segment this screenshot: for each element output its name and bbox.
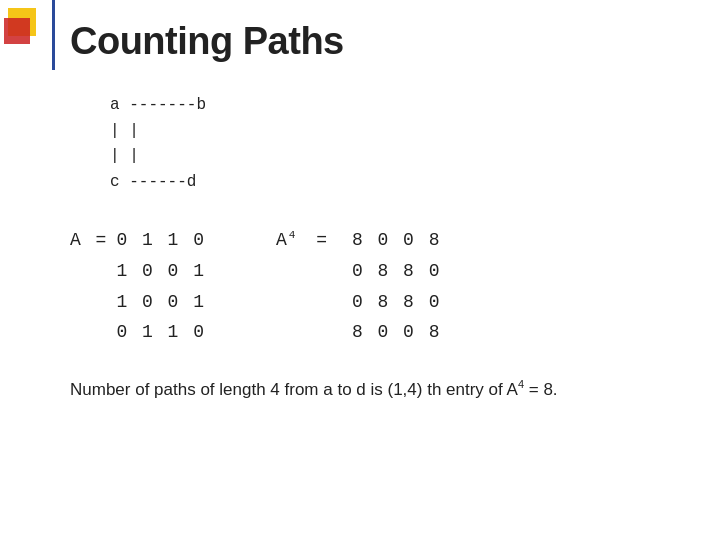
footer-text: Number of paths of length 4 from a to d … (70, 379, 518, 398)
red-square (4, 18, 30, 44)
graph-line-1: a -------b (110, 93, 700, 119)
footer: Number of paths of length 4 from a to d … (70, 378, 700, 400)
main-content: Counting Paths a -------b | | | | c ----… (70, 20, 700, 520)
graph-line-3: | | (110, 144, 700, 170)
matrix-a4-row-2: A4 = 0 8 8 0 (276, 256, 441, 287)
footer-suffix: = 8. (524, 379, 558, 398)
matrix-section: A =0 1 1 0 A =1 0 0 1 A =1 0 0 1 A =0 1 … (70, 225, 700, 347)
page-title: Counting Paths (70, 20, 700, 63)
corner-decoration (0, 0, 60, 60)
graph-line-2: | | (110, 119, 700, 145)
matrix-a-row-3: A =1 0 0 1 (70, 287, 206, 318)
matrix-a: A =0 1 1 0 A =1 0 0 1 A =1 0 0 1 A =0 1 … (70, 225, 206, 347)
matrix-a4: A4 = 8 0 0 8 A4 = 0 8 8 0 A4 = 0 8 8 0 A… (276, 225, 441, 347)
a4-label: A4 (276, 230, 297, 250)
graph-diagram: a -------b | | | | c ------d (110, 93, 700, 195)
matrix-a-row-2: A =1 0 0 1 (70, 256, 206, 287)
matrix-a-label: A = (70, 230, 108, 250)
matrix-a4-row-1: A4 = 8 0 0 8 (276, 225, 441, 256)
vertical-line (52, 0, 55, 70)
a4-equals: = (316, 230, 329, 250)
matrix-a4-row-4: A4 = 8 0 0 8 (276, 317, 441, 348)
graph-line-4: c ------d (110, 170, 700, 196)
matrix-a4-row-3: A4 = 0 8 8 0 (276, 287, 441, 318)
matrix-a-row-4: A =0 1 1 0 (70, 317, 206, 348)
matrix-a-row-1: A =0 1 1 0 (70, 225, 206, 256)
